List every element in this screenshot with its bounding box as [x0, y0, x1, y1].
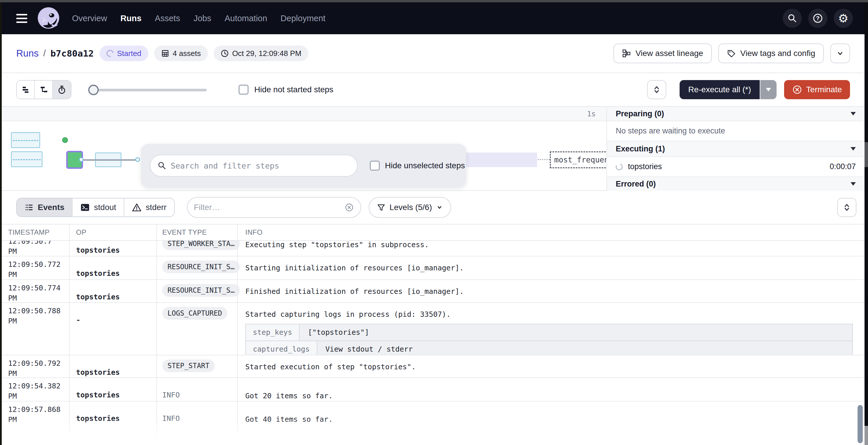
- gantt-zoom-slider[interactable]: [88, 84, 207, 95]
- gantt-step-not-started-2[interactable]: [11, 151, 42, 167]
- info-message: Executing step "topstories" in subproces…: [245, 241, 861, 250]
- col-event-type: EVENT TYPE: [156, 228, 237, 236]
- timestamp-cell: 12:09:50.792PM: [0, 355, 69, 378]
- tab-events[interactable]: Events: [17, 198, 72, 216]
- flat-view-icon: [21, 85, 30, 95]
- cancel-circle-icon: [792, 85, 802, 95]
- event-log-table: TIMESTAMP OP EVENT TYPE INFO 12:09:50.7P…: [0, 224, 868, 445]
- event-type-badge: LOGS_CAPTURED: [162, 307, 227, 320]
- log-filter-field[interactable]: [187, 197, 361, 218]
- clear-filter-icon[interactable]: [344, 203, 354, 212]
- gantt-step-marker-dot[interactable]: [62, 137, 68, 143]
- timestamp-cell: 12:09:50.788PM: [0, 303, 69, 355]
- top-nav: Overview Runs Assets Jobs Automation Dep…: [0, 2, 868, 34]
- browser-scrollbar-track[interactable]: [865, 2, 868, 445]
- view-mode-flat-button[interactable]: [17, 81, 35, 99]
- help-icon[interactable]: ?: [808, 9, 827, 28]
- assets-badge[interactable]: 4 assets: [154, 45, 208, 61]
- expand-collapse-button[interactable]: [647, 80, 666, 99]
- collapse-triangle-icon: [850, 182, 856, 186]
- view-asset-lineage-button[interactable]: View asset lineage: [613, 43, 712, 63]
- log-row[interactable]: 12:09:50.788PM-LOGS_CAPTUREDStarted capt…: [0, 303, 868, 355]
- slider-thumb[interactable]: [88, 85, 99, 95]
- step-search-field[interactable]: [150, 155, 358, 177]
- view-mode-timed-button[interactable]: [53, 81, 71, 99]
- metadata-row: captured_logsView stdout / stderr: [246, 341, 852, 355]
- screen-edge-top: [0, 0, 868, 2]
- dagster-logo[interactable]: [37, 6, 60, 30]
- log-filter-input[interactable]: [194, 203, 341, 212]
- log-row[interactable]: 12:09:50.792PMtopstoriesSTEP_STARTStarte…: [0, 355, 868, 378]
- metadata-table: step_keys["topstories"]captured_logsView…: [245, 324, 853, 355]
- levels-dropdown[interactable]: Levels (5/6): [369, 197, 451, 218]
- log-table-header: TIMESTAMP OP EVENT TYPE INFO: [0, 224, 868, 241]
- step-search-input[interactable]: [171, 161, 350, 170]
- chevron-down-icon: [436, 204, 443, 211]
- log-row[interactable]: 12:09:50.774PMtopstoriesRESOURCE_INIT_S……: [0, 280, 868, 303]
- gear-icon[interactable]: ⚙: [834, 9, 853, 28]
- info-message: Starting initialization of resources [io…: [245, 263, 861, 273]
- log-row[interactable]: 12:09:50.7PMtopstoriesSTEP_WORKER_STA…Ex…: [0, 241, 868, 256]
- panel-section-errored[interactable]: Errored (0): [607, 177, 865, 191]
- nav-tab-assets[interactable]: Assets: [155, 14, 180, 23]
- op-cell: topstories: [69, 256, 156, 280]
- event-type-label: INFO: [162, 391, 180, 399]
- view-mode-waterfall-button[interactable]: [35, 81, 53, 99]
- hide-not-started-checkbox[interactable]: [239, 85, 248, 95]
- event-list-icon: [24, 203, 34, 212]
- browser-scrollbar-thumb[interactable]: [865, 142, 868, 167]
- panel-section-preparing[interactable]: Preparing (0): [607, 107, 865, 121]
- view-tags-and-config-button[interactable]: View tags and config: [718, 43, 824, 63]
- slider-track[interactable]: [88, 89, 207, 91]
- metadata-value[interactable]: View stdout / stderr: [317, 341, 421, 355]
- gantt-filter-overlay: Hide unselected steps: [141, 144, 466, 187]
- tab-stderr[interactable]: stderr: [124, 198, 174, 216]
- time-tick-label: 1s: [587, 110, 596, 118]
- run-header: Runs / b7c80a12 Started 4 assets Oct 29,…: [0, 34, 868, 73]
- op-cell: topstories: [69, 378, 156, 401]
- gantt-step-label-box[interactable]: most_frequent: [550, 151, 609, 168]
- metadata-row: step_keys["topstories"]: [246, 324, 852, 341]
- gantt-dependency-node-left: [79, 157, 84, 162]
- tag-icon: [727, 49, 736, 58]
- executing-step-row[interactable]: topstories 0:00:07: [607, 157, 865, 177]
- op-cell: topstories: [69, 355, 156, 378]
- op-cell: topstories: [69, 241, 156, 256]
- log-panel-resize-button[interactable]: [837, 198, 857, 217]
- gantt-view-mode-group: [16, 80, 71, 99]
- search-icon[interactable]: [783, 9, 802, 28]
- log-rows: 12:09:50.7PMtopstoriesSTEP_WORKER_STA…Ex…: [0, 241, 868, 445]
- nav-tab-automation[interactable]: Automation: [225, 14, 267, 23]
- hide-not-started-control: Hide not started steps: [239, 85, 333, 95]
- nav-tab-overview[interactable]: Overview: [72, 14, 107, 23]
- tab-stdout[interactable]: stdout: [72, 198, 124, 216]
- event-type-badge: RESOURCE_INIT_S…: [162, 261, 240, 273]
- nav-tab-deployment[interactable]: Deployment: [280, 14, 326, 23]
- log-row[interactable]: 12:09:50.772PMtopstoriesRESOURCE_INIT_S……: [0, 256, 868, 280]
- breadcrumb-runs-link[interactable]: Runs: [16, 48, 39, 59]
- info-message: Got 20 items so far.: [245, 391, 861, 401]
- nav-tab-jobs[interactable]: Jobs: [193, 14, 211, 23]
- panel-section-executing[interactable]: Executing (1): [607, 141, 865, 157]
- reexecute-dropdown-button[interactable]: [760, 80, 777, 99]
- log-row[interactable]: 12:09:54.382PMtopstoriesINFOGot 20 items…: [0, 378, 868, 402]
- run-actions-chevron-button[interactable]: [830, 43, 850, 63]
- hide-unselected-checkbox[interactable]: [370, 161, 380, 171]
- hide-unselected-label: Hide unselected steps: [385, 161, 465, 170]
- event-type-badge: STEP_START: [162, 360, 215, 372]
- status-badge[interactable]: Started: [100, 45, 148, 61]
- reexecute-all-button[interactable]: Re-execute all (*): [680, 80, 760, 99]
- reexecute-split-button: Re-execute all (*): [680, 80, 777, 99]
- timestamp-cell: 12:09:54.382PM: [0, 378, 69, 401]
- terminal-icon: [80, 203, 90, 212]
- hamburger-menu-icon[interactable]: [16, 14, 27, 23]
- nav-tab-runs[interactable]: Runs: [121, 14, 142, 23]
- search-icon: [157, 161, 167, 170]
- log-scrollbar-thumb[interactable]: [858, 405, 863, 443]
- info-cell: Finished initialization of resources [io…: [237, 280, 868, 303]
- updown-chevron-icon: [842, 203, 851, 212]
- metadata-key: captured_logs: [246, 341, 317, 355]
- updown-chevron-icon: [652, 85, 661, 95]
- gantt-step-not-started-1[interactable]: [11, 132, 40, 148]
- terminate-button[interactable]: Terminate: [784, 80, 850, 99]
